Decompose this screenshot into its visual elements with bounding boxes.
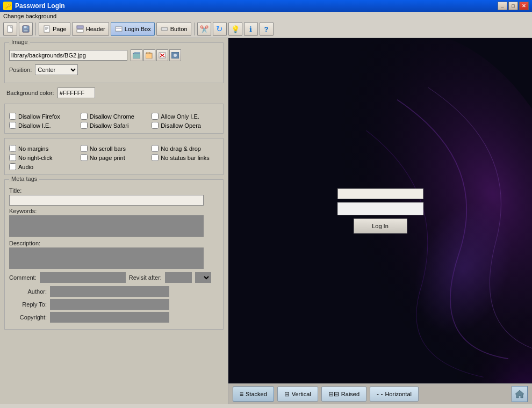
svg-rect-3 [24, 30, 28, 32]
image-open-button[interactable] [143, 49, 155, 61]
tab-login-box[interactable]: Login Box [111, 22, 155, 36]
cb-disallow-opera[interactable] [152, 122, 159, 129]
horizontal-icon: - - [377, 390, 383, 398]
stacked-layout-button[interactable]: ≡ Stacked [233, 387, 274, 402]
cb-no-page-print[interactable] [81, 154, 88, 161]
cb-audio-label: Audio [18, 164, 33, 170]
cb-no-drag-drop[interactable] [152, 145, 159, 152]
svg-rect-2 [24, 26, 27, 28]
tab-button-label: Button [170, 26, 188, 32]
home-button[interactable] [512, 386, 528, 402]
meta-comment-row: Comment: Revisit after: [9, 272, 219, 283]
cb-opera-label: Disallow Opera [161, 122, 201, 129]
checkbox-disallow-firefox: Disallow Firefox [9, 113, 76, 120]
vertical-layout-button[interactable]: ⊟ Vertical [277, 387, 318, 402]
raised-label: Raised [341, 391, 360, 397]
login-password-input[interactable] [337, 202, 423, 215]
checkbox-no-page-print: No page print [81, 154, 148, 161]
meta-replyto-input[interactable] [50, 299, 169, 310]
info-button[interactable]: ℹ [244, 22, 258, 36]
refresh-button[interactable]: ↻ [213, 22, 227, 36]
tab-button[interactable]: Button [156, 22, 191, 36]
svg-rect-15 [146, 53, 152, 59]
horizontal-layout-button[interactable]: - - Horizontal [370, 387, 419, 402]
image-group-title: Image [9, 39, 30, 45]
image-clear-button[interactable] [156, 49, 168, 61]
meta-title-input[interactable] [9, 195, 204, 206]
cb-disallow-ie[interactable] [9, 122, 16, 129]
position-select[interactable]: Center Tile Stretch Top Left Top Right [35, 64, 78, 75]
vertical-label: Vertical [292, 391, 311, 397]
checkbox-audio: Audio [9, 163, 76, 170]
window-controls: _ □ ✕ [498, 2, 529, 10]
checkbox-disallow-opera: Disallow Opera [152, 122, 219, 129]
menu-bar: Change background [0, 12, 532, 20]
meta-revisit-input[interactable] [165, 272, 192, 283]
meta-author-input[interactable] [50, 286, 169, 297]
cb-safari-label: Disallow Safari [90, 122, 129, 129]
checkbox-no-status-bar-links: No status bar links [152, 154, 219, 161]
preview-bottom-bar: ≡ Stacked ⊟ Vertical ⊟⊟ Raised - - Horiz… [228, 383, 532, 404]
svg-rect-11 [116, 28, 121, 29]
meta-revisit-select[interactable] [195, 272, 211, 283]
cb-audio[interactable] [9, 163, 16, 170]
image-buttons [131, 49, 181, 61]
meta-copyright-row: Copyright: [9, 312, 219, 323]
page-options-group: No margins No scroll bars No drag & drop… [4, 138, 224, 175]
help-button[interactable]: ? [260, 22, 274, 36]
cb-no-right-click-label: No right-click [18, 155, 53, 161]
maximize-button[interactable]: □ [508, 2, 518, 10]
meta-description-input[interactable] [9, 247, 204, 269]
meta-comment-input[interactable] [40, 272, 126, 283]
meta-title-row: Title: [9, 187, 219, 206]
position-row: Position: Center Tile Stretch Top Left T… [9, 64, 219, 75]
image-group: Image [4, 42, 224, 83]
meta-copyright-input[interactable] [50, 312, 169, 323]
cb-no-scrollbars-label: No scroll bars [90, 145, 126, 152]
tools-button[interactable]: ✂️ [197, 22, 211, 36]
save-button[interactable] [19, 22, 33, 36]
cb-disallow-firefox[interactable] [9, 113, 16, 120]
cb-no-right-click[interactable] [9, 154, 16, 161]
tab-page[interactable]: Page [39, 22, 70, 36]
browser-options-group: Disallow Firefox Disallow Chrome Allow O… [4, 104, 224, 134]
login-form-preview: Log In [337, 188, 423, 234]
login-submit-button[interactable]: Log In [354, 218, 407, 234]
meta-copyright-label: Copyright: [9, 314, 47, 320]
cb-chrome-label: Disallow Chrome [90, 113, 134, 120]
meta-comment-label: Comment: [9, 274, 37, 281]
preview-area: Log In [228, 38, 532, 383]
header-icon [76, 25, 84, 33]
close-button[interactable]: ✕ [519, 2, 529, 10]
cb-no-drag-drop-label: No drag & drop [161, 145, 201, 152]
cb-no-status-bar-links[interactable] [152, 154, 159, 161]
tab-header[interactable]: Header [72, 22, 109, 36]
cb-ie-label: Disallow I.E. [18, 122, 51, 129]
image-path-input[interactable] [9, 50, 127, 61]
login-username-input[interactable] [337, 188, 423, 199]
toolbar-separator-1 [35, 23, 36, 35]
toolbar: Page Header Login Box Button ✂️ ↻ 💡 ℹ ? [0, 20, 532, 38]
bg-color-input[interactable] [57, 88, 95, 98]
image-browse-button[interactable] [131, 49, 142, 61]
cb-no-status-bar-links-label: No status bar links [161, 155, 209, 161]
meta-keywords-row: Keywords: [9, 208, 219, 238]
menu-item-change-background[interactable]: Change background [3, 13, 56, 19]
cb-disallow-chrome[interactable] [81, 113, 88, 120]
image-preview-button[interactable] [169, 49, 181, 61]
cb-allow-ie[interactable] [152, 113, 159, 120]
minimize-button[interactable]: _ [498, 2, 507, 10]
meta-keywords-input[interactable] [9, 215, 204, 237]
new-button[interactable] [3, 22, 17, 36]
cb-no-margins[interactable] [9, 145, 16, 152]
cb-allow-ie-label: Allow Only I.E. [161, 113, 199, 120]
browser-checkbox-grid: Disallow Firefox Disallow Chrome Allow O… [9, 108, 219, 129]
cb-no-scrollbars[interactable] [81, 145, 88, 152]
cb-disallow-safari[interactable] [81, 122, 88, 129]
lightbulb-button[interactable]: 💡 [228, 22, 242, 36]
svg-rect-4 [44, 26, 49, 32]
meta-keywords-label: Keywords: [9, 208, 219, 214]
svg-point-21 [174, 54, 177, 57]
raised-layout-button[interactable]: ⊟⊟ Raised [321, 387, 366, 402]
cb-no-page-print-label: No page print [90, 155, 125, 161]
